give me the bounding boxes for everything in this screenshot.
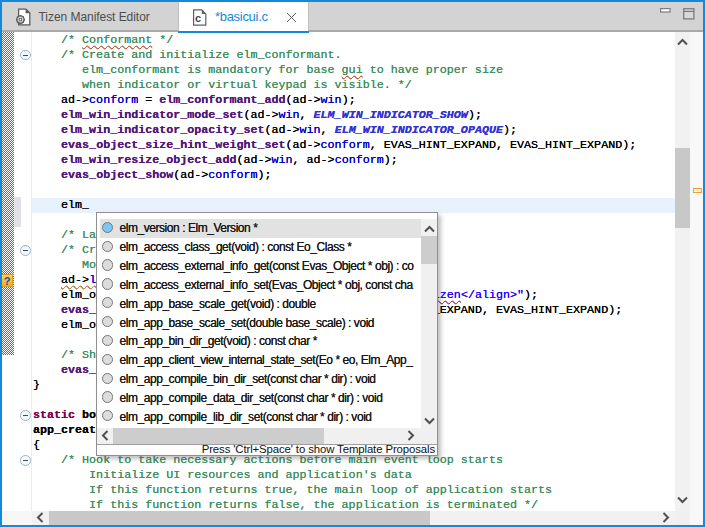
svg-text:c: c <box>195 12 201 24</box>
